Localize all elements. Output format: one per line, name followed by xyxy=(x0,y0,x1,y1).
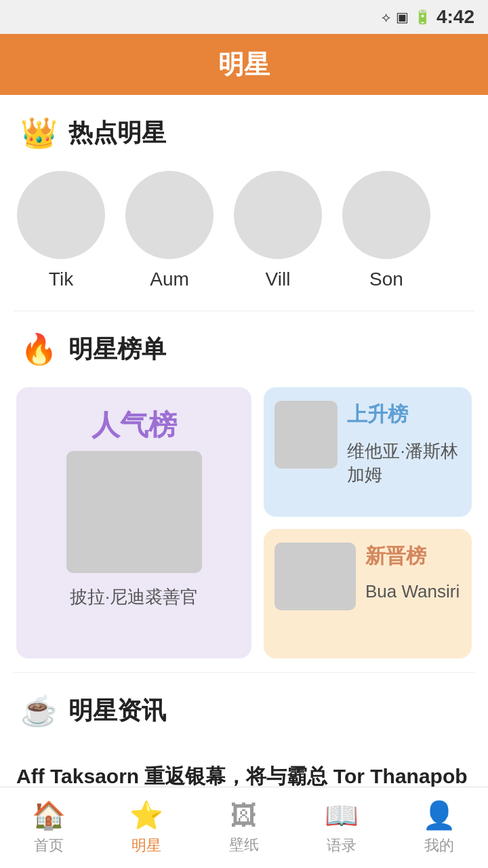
ranking-left-inner: 人气榜 披拉·尼迪裘善官 xyxy=(66,406,202,609)
hot-stars-header: 👑 热点明星 xyxy=(0,95,488,164)
star-name-aum: Aum xyxy=(150,269,189,290)
coffee-icon: ☕ xyxy=(20,693,58,728)
stars-nav-icon: ⭐ xyxy=(129,800,163,831)
ranking-popular-label: 人气榜 xyxy=(92,406,177,444)
star-name-son: Son xyxy=(369,269,403,290)
ranking-right-col: 上升榜 维他亚·潘斯林加姆 新晋榜 Bua Wansiri xyxy=(264,387,472,658)
nav-wallpaper[interactable]: 🖼 壁纸 xyxy=(195,800,293,855)
nav-home-label: 首页 xyxy=(34,835,64,856)
fire-icon: 🔥 xyxy=(20,332,58,367)
star-name-tik: Tik xyxy=(49,269,73,290)
top-bar: 明星 xyxy=(0,34,488,95)
star-avatar-son xyxy=(342,171,430,259)
profile-icon: 👤 xyxy=(422,800,456,831)
ranking-rising-thumb xyxy=(274,401,338,469)
hot-stars-title: 热点明星 xyxy=(68,117,166,150)
ranking-new-thumb xyxy=(274,542,356,610)
star-avatar-aum xyxy=(125,171,214,259)
star-item-son[interactable]: Son xyxy=(339,171,434,290)
battery-icon: 🔋 xyxy=(414,9,431,25)
status-time: 4:42 xyxy=(436,6,474,28)
ranking-card-popular[interactable]: 人气榜 披拉·尼迪裘善官 xyxy=(16,387,251,658)
ranking-popular-person: 披拉·尼迪裘善官 xyxy=(70,585,198,609)
page-title: 明星 xyxy=(218,47,270,82)
main-content: 👑 热点明星 Tik Aum Vill Son 🔥 明星榜单 人气榜 xyxy=(0,95,488,868)
bottom-nav: 🏠 首页 ⭐ 明星 🖼 壁纸 📖 语录 👤 我的 xyxy=(0,787,488,868)
nav-wallpaper-label: 壁纸 xyxy=(229,835,259,855)
nav-stars-label: 明星 xyxy=(131,835,161,856)
quotes-icon: 📖 xyxy=(325,800,359,831)
ranking-new-person: Bua Wansiri xyxy=(365,581,460,602)
ranking-card-new[interactable]: 新晋榜 Bua Wansiri xyxy=(264,529,472,658)
ranking-new-text: 新晋榜 Bua Wansiri xyxy=(365,542,460,602)
star-avatar-vill xyxy=(234,171,322,259)
hot-stars-row: Tik Aum Vill Son xyxy=(0,164,488,311)
wallpaper-icon: 🖼 xyxy=(230,800,258,831)
ranking-rising-person: 维他亚·潘斯林加姆 xyxy=(347,439,461,487)
nav-profile[interactable]: 👤 我的 xyxy=(390,800,488,856)
rankings-title: 明星榜单 xyxy=(68,333,166,366)
nav-quotes[interactable]: 📖 语录 xyxy=(293,800,390,856)
ranking-rising-text: 上升榜 维他亚·潘斯林加姆 xyxy=(347,401,461,487)
news-title: 明星资讯 xyxy=(68,694,166,728)
home-icon: 🏠 xyxy=(32,800,66,831)
ranking-popular-thumb xyxy=(66,451,202,573)
nav-stars[interactable]: ⭐ 明星 xyxy=(98,800,195,856)
ranking-new-label: 新晋榜 xyxy=(365,542,460,570)
star-item-tik[interactable]: Tik xyxy=(14,171,108,290)
status-icons: ⟡ ▣ 🔋 4:42 xyxy=(382,6,474,28)
star-item-aum[interactable]: Aum xyxy=(122,171,217,290)
nav-home[interactable]: 🏠 首页 xyxy=(0,800,98,856)
nav-quotes-label: 语录 xyxy=(327,835,357,856)
status-bar: ⟡ ▣ 🔋 4:42 xyxy=(0,0,488,34)
signal-icon: ⟡ xyxy=(382,9,390,25)
star-name-vill: Vill xyxy=(266,269,291,290)
rankings-grid: 人气榜 披拉·尼迪裘善官 上升榜 维他亚·潘斯林加姆 新晋榜 Bua Wansi xyxy=(0,380,488,672)
ranking-rising-label: 上升榜 xyxy=(347,401,461,429)
news-header: ☕ 明星资讯 xyxy=(0,673,488,742)
nav-profile-label: 我的 xyxy=(424,835,454,856)
rankings-header: 🔥 明星榜单 xyxy=(0,311,488,380)
star-avatar-tik xyxy=(17,171,105,259)
sim-icon: ▣ xyxy=(396,9,409,25)
ranking-card-rising[interactable]: 上升榜 维他亚·潘斯林加姆 xyxy=(264,387,472,517)
crown-icon: 👑 xyxy=(20,115,58,151)
star-item-vill[interactable]: Vill xyxy=(230,171,325,290)
